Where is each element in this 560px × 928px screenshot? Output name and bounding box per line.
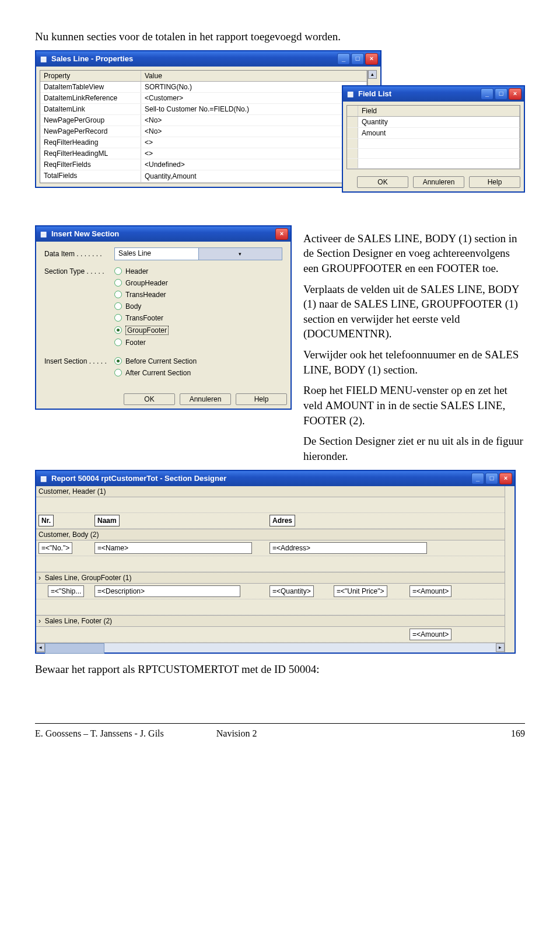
section-designer-title: Report 50004 rptCustomerTot - Section De… [51, 474, 226, 483]
radio-groupfooter[interactable]: GroupFooter [114, 326, 169, 335]
body-text-1: Activeer de SALES LINE, BODY (1) section… [303, 231, 525, 276]
page-footer: E. Goossens – T. Janssens - J. Gils Navi… [35, 728, 525, 739]
field-description[interactable]: =<Description> [94, 585, 240, 597]
insert-section-titlebar[interactable]: ▦ Insert New Section × [36, 226, 290, 242]
field-row[interactable] [358, 149, 520, 158]
prop-value[interactable]: <Undefined> [141, 159, 367, 170]
section-header-label[interactable]: Customer, Header (1) [36, 486, 505, 497]
cancel-button[interactable]: Annuleren [413, 176, 464, 188]
radio-after[interactable]: After Current Section [114, 369, 197, 377]
radio-footer[interactable]: Footer [114, 339, 169, 347]
field-list-grid[interactable]: Field Quantity Amount [346, 105, 520, 169]
footer-page: 169 [511, 728, 525, 739]
section-designer-canvas[interactable]: Customer, Header (1) Nr. Naam Adres Cust… [36, 486, 505, 653]
radio-transfooter[interactable]: TransFooter [114, 314, 169, 322]
properties-titlebar[interactable]: ▦ Sales Line - Properties _ □ × [36, 51, 380, 67]
col-value[interactable]: Value [141, 71, 367, 81]
scroll-right-icon[interactable]: ▸ [496, 643, 505, 652]
radio-body[interactable]: Body [114, 302, 169, 311]
minimize-button[interactable]: _ [337, 53, 350, 65]
col-field[interactable]: Field [358, 106, 520, 116]
body-text-4: Roep het FIELD MENU-venster op en zet he… [303, 383, 525, 428]
properties-grid[interactable]: Property Value DataItemTableViewSORTING(… [40, 70, 368, 183]
field-no[interactable]: =<"No."> [38, 542, 72, 554]
close-button[interactable]: × [509, 88, 522, 100]
help-button[interactable]: Help [236, 393, 287, 405]
field-name[interactable]: =<Name> [94, 542, 252, 554]
designer-row[interactable]: =<"Ship... =<Description> =<Quantity> =<… [36, 584, 505, 599]
close-button[interactable]: × [275, 228, 288, 240]
data-item-combo[interactable]: Sales Line ▾ [114, 247, 282, 260]
field-amount[interactable]: =<Amount> [410, 585, 452, 597]
prop-name: ReqFilterFields [40, 159, 141, 170]
chevron-down-icon[interactable]: ▾ [198, 248, 282, 260]
maximize-button[interactable]: □ [495, 88, 508, 100]
cancel-button[interactable]: Annuleren [180, 393, 231, 405]
maximize-button[interactable]: □ [351, 53, 364, 65]
body-text-5: De Section Designer ziet er nu uit als i… [303, 434, 525, 463]
help-button[interactable]: Help [469, 176, 520, 188]
prop-name: DataItemLink [40, 104, 141, 114]
close-button[interactable]: × [365, 53, 378, 65]
prop-value[interactable]: Quantity,Amount… [141, 170, 367, 182]
field-amount[interactable]: =<Amount> [410, 629, 452, 640]
properties-window: ▦ Sales Line - Properties _ □ × Property… [35, 50, 382, 188]
prop-value[interactable]: <No> [141, 115, 367, 125]
ok-button[interactable]: OK [124, 393, 175, 405]
field-row[interactable] [358, 159, 520, 168]
prop-name: ReqFilterHeading [40, 137, 141, 148]
radio-transheader[interactable]: TransHeader [114, 291, 169, 299]
section-body-label[interactable]: Customer, Body (2) [36, 529, 505, 540]
field-list-title: Field List [358, 89, 391, 98]
field-row[interactable]: Quantity [358, 117, 520, 127]
section-designer-titlebar[interactable]: ▦ Report 50004 rptCustomerTot - Section … [36, 471, 514, 486]
designer-row[interactable] [36, 497, 505, 513]
field-ship[interactable]: =<"Ship... [48, 585, 84, 597]
label-naam[interactable]: Naam [94, 515, 120, 526]
vertical-scrollbar[interactable] [505, 486, 514, 653]
prop-value[interactable]: Sell-to Customer No.=FIELD(No.) [141, 104, 367, 114]
screenshot-row-1: ▦ Sales Line - Properties _ □ × Property… [35, 50, 525, 225]
data-item-value: Sales Line [115, 248, 198, 260]
field-quantity[interactable]: =<Quantity> [270, 585, 314, 597]
prop-name: DataItemTableView [40, 82, 141, 92]
radio-before[interactable]: Before Current Section [114, 357, 197, 365]
prop-value[interactable]: SORTING(No.) [141, 82, 367, 92]
prop-value[interactable]: <> [141, 148, 367, 159]
ok-button[interactable]: OK [357, 176, 408, 188]
field-row[interactable] [358, 139, 520, 148]
maximize-button[interactable]: □ [485, 473, 498, 484]
designer-row[interactable]: =<"No."> =<Name> =<Address> [36, 540, 505, 556]
field-list-titlebar[interactable]: ▦ Field List _ □ × [343, 86, 524, 102]
field-unitprice[interactable]: =<"Unit Price"> [334, 585, 387, 597]
radio-groupheader[interactable]: GroupHeader [114, 279, 169, 287]
designer-row[interactable] [36, 556, 505, 572]
designer-row[interactable]: Nr. Naam Adres [36, 513, 505, 529]
label-adres[interactable]: Adres [270, 515, 295, 526]
prop-value[interactable]: <> [141, 137, 367, 148]
minimize-button[interactable]: _ [481, 88, 494, 100]
minimize-button[interactable]: _ [471, 473, 484, 484]
prop-name: DataItemLinkReference [40, 93, 141, 103]
col-property[interactable]: Property [40, 71, 141, 81]
scroll-up-icon[interactable]: ▴ [368, 70, 377, 79]
insert-position-radios: Before Current Section After Current Sec… [114, 357, 197, 377]
grid-icon: ▦ [38, 474, 48, 483]
radio-header[interactable]: Header [114, 267, 169, 275]
scroll-thumb[interactable] [45, 643, 104, 654]
grid-icon: ▦ [345, 89, 355, 99]
horizontal-scrollbar[interactable]: ◂ ▸ [36, 643, 505, 653]
designer-row[interactable]: =<Amount> [36, 627, 505, 643]
prop-value[interactable]: <No> [141, 126, 367, 137]
prop-value[interactable]: <Customer> [141, 93, 367, 103]
footer-rule [35, 723, 525, 724]
footer-course: Navision 2 [216, 728, 257, 739]
designer-row[interactable] [36, 599, 505, 615]
label-nr[interactable]: Nr. [38, 515, 54, 526]
field-row[interactable]: Amount [358, 128, 520, 138]
scroll-left-icon[interactable]: ◂ [36, 643, 45, 652]
close-button[interactable]: × [499, 473, 512, 484]
field-address[interactable]: =<Address> [270, 542, 427, 554]
section-groupfooter-label[interactable]: › Sales Line, GroupFooter (1) [36, 572, 505, 584]
section-footer-label[interactable]: › Sales Line, Footer (2) [36, 615, 505, 627]
